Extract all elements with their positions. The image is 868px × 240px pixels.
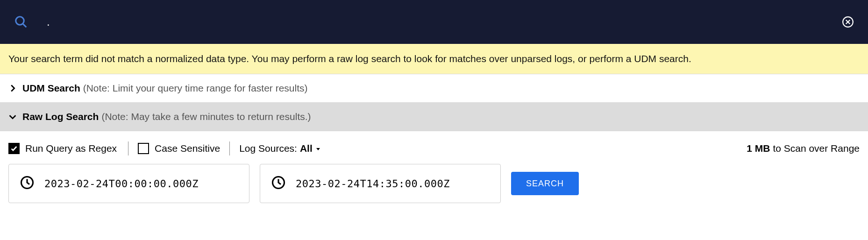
regex-label: Run Query as Regex: [25, 143, 117, 154]
regex-checkbox-group: Run Query as Regex: [8, 143, 117, 154]
udm-section-title: UDM Search: [22, 83, 80, 94]
search-bar: [0, 0, 868, 44]
divider: [229, 141, 230, 155]
svg-line-1: [23, 24, 26, 27]
end-time-value: 2023-02-24T14:35:00.000Z: [296, 178, 450, 190]
log-sources-dropdown[interactable]: Log Sources: All: [239, 143, 321, 154]
chevron-right-icon: [7, 83, 18, 93]
end-time-input[interactable]: 2023-02-24T14:35:00.000Z: [260, 164, 501, 203]
search-icon: [14, 15, 28, 29]
udm-search-section-header[interactable]: UDM Search (Note: Limit your query time …: [0, 74, 868, 103]
time-row: 2023-02-24T00:00:00.000Z 2023-02-24T14:3…: [0, 164, 868, 217]
caret-down-icon: [315, 143, 321, 154]
close-button[interactable]: [842, 16, 854, 28]
scan-info: 1 MB to Scan over Range: [747, 143, 860, 154]
raw-log-search-section-header[interactable]: Raw Log Search (Note: May take a few min…: [0, 103, 868, 131]
scan-suffix: to Scan over Range: [770, 143, 860, 154]
divider: [128, 141, 128, 155]
clock-icon: [20, 176, 34, 191]
case-label: Case Sensitive: [155, 143, 220, 154]
options-row: Run Query as Regex Case Sensitive Log So…: [0, 131, 868, 164]
search-button[interactable]: SEARCH: [511, 172, 579, 195]
log-sources-value: All: [300, 143, 313, 154]
log-sources-label: Log Sources:: [239, 143, 297, 154]
clock-icon: [271, 176, 285, 191]
chevron-down-icon: [7, 112, 18, 122]
raw-section-note: (Note: May take a few minutes to return …: [101, 111, 311, 122]
case-checkbox-group: Case Sensitive: [138, 143, 220, 154]
scan-size: 1 MB: [747, 143, 770, 154]
case-sensitive-checkbox[interactable]: [138, 143, 149, 154]
svg-marker-5: [316, 148, 320, 150]
search-input[interactable]: [47, 15, 842, 28]
svg-point-0: [16, 17, 24, 25]
start-time-input[interactable]: 2023-02-24T00:00:00.000Z: [8, 164, 249, 203]
regex-checkbox[interactable]: [8, 143, 20, 154]
raw-section-title: Raw Log Search: [22, 111, 99, 122]
warning-banner: Your search term did not match a normali…: [0, 44, 868, 74]
udm-section-note: (Note: Limit your query time range for f…: [83, 83, 308, 94]
start-time-value: 2023-02-24T00:00:00.000Z: [44, 178, 199, 190]
